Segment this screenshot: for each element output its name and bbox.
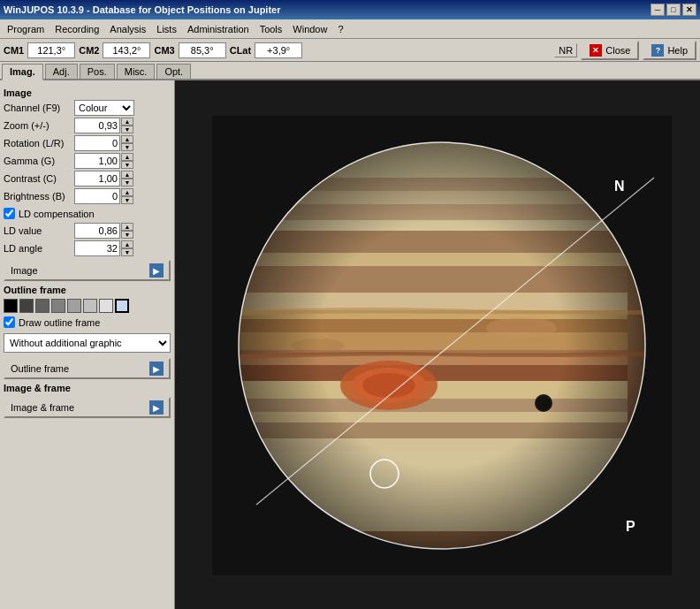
ld-angle-label: LD angle [4, 243, 74, 254]
brightness-label: Brightness (B) [4, 191, 74, 202]
ld-compensation-checkbox[interactable] [4, 208, 15, 219]
swatch-dark[interactable] [19, 299, 34, 313]
jupiter-image: N P [212, 116, 672, 575]
tab-opt[interactable]: Opt. [156, 64, 191, 79]
maximize-button[interactable]: □ [666, 4, 681, 16]
tab-imag[interactable]: Imag. [2, 64, 43, 80]
gamma-down[interactable]: ▼ [121, 161, 133, 169]
infobar: CM1 CM2 CM3 CLat NR ✕ Close ? Help [0, 39, 700, 62]
contrast-label: Contrast (C) [4, 173, 74, 184]
ld-value-row: LD value ▲ ▼ [4, 223, 171, 239]
outline-frame-button-arrow: ▶ [149, 362, 164, 376]
swatch-silver[interactable] [83, 299, 97, 313]
tab-misc[interactable]: Misc. [117, 64, 156, 79]
swatch-gray[interactable] [51, 299, 65, 313]
cm1-value[interactable] [27, 42, 75, 58]
channel-select[interactable]: Colour Red Green Blue Lum [74, 100, 134, 116]
swatch-mid-dark[interactable] [35, 299, 49, 313]
ld-angle-input[interactable] [74, 240, 120, 256]
ld-value-up[interactable]: ▲ [121, 223, 133, 231]
draw-outline-frame-label: Draw outline frame [19, 317, 100, 328]
brightness-input[interactable] [74, 188, 120, 204]
cm3-label: CM3 [154, 45, 174, 56]
outline-frame-button[interactable]: Outline frame ▶ [4, 358, 171, 379]
image-button-arrow: ▶ [149, 263, 164, 278]
outline-frame-section-label: Outline frame [4, 285, 171, 295]
menu-item-recording[interactable]: Recording [49, 22, 104, 36]
swatch-light-gray[interactable] [67, 299, 81, 313]
titlebar-controls[interactable]: ─ □ ✕ [651, 4, 696, 16]
close-button[interactable]: ✕ Close [581, 41, 639, 60]
channel-label: Channel (F9) [4, 103, 74, 113]
ld-angle-row: LD angle ▲ ▼ [4, 240, 171, 256]
brightness-down[interactable]: ▼ [121, 196, 133, 204]
minimize-button[interactable]: ─ [651, 4, 665, 16]
p-label: P [626, 519, 635, 534]
menu-item-analysis[interactable]: Analysis [104, 22, 151, 36]
rotation-input[interactable] [74, 135, 120, 151]
titlebar: WinJUPOS 10.3.9 - Database for Object Po… [0, 0, 700, 19]
rotation-up[interactable]: ▲ [121, 135, 133, 143]
menu-item-lists[interactable]: Lists [151, 22, 182, 36]
menu-item-program[interactable]: Program [2, 22, 49, 36]
image-frame-button[interactable]: Image & frame ▶ [4, 397, 171, 418]
cm3-value[interactable] [179, 42, 226, 58]
gamma-up[interactable]: ▲ [121, 153, 133, 161]
contrast-row: Contrast (C) ▲ ▼ [4, 171, 171, 187]
ld-value-input[interactable] [74, 223, 120, 239]
menu-item-tools[interactable]: Tools [255, 22, 288, 36]
image-section-label: Image [4, 88, 171, 98]
contrast-up[interactable]: ▲ [121, 171, 133, 179]
rotation-down[interactable]: ▼ [121, 143, 133, 151]
main-layout: Image Channel (F9) Colour Red Green Blue… [0, 80, 700, 609]
menu-item-?[interactable]: ? [332, 22, 348, 36]
graphic-dropdown[interactable]: Without additional graphic With graphic … [4, 333, 171, 353]
help-button[interactable]: ? Help [643, 41, 696, 60]
tab-pos[interactable]: Pos. [80, 64, 115, 79]
left-panel: Image Channel (F9) Colour Red Green Blue… [0, 80, 175, 609]
clat-value[interactable] [255, 42, 302, 58]
menu-item-administration[interactable]: Administration [182, 22, 255, 36]
image-area: N P ◄ ► [175, 80, 700, 609]
zoom-down[interactable]: ▼ [121, 126, 133, 133]
help-icon: ? [651, 44, 664, 57]
rotation-spinner: ▲ ▼ [121, 135, 133, 151]
zoom-input[interactable] [74, 118, 120, 133]
swatch-light[interactable] [99, 299, 113, 313]
brightness-up[interactable]: ▲ [121, 188, 133, 196]
ld-value-spinner: ▲ ▼ [121, 223, 133, 239]
help-label: Help [667, 45, 688, 56]
svg-point-30 [370, 460, 399, 488]
image-button-label: Image [11, 265, 38, 276]
outline-frame-button-label: Outline frame [11, 363, 69, 374]
cm2-value[interactable] [103, 42, 150, 58]
ld-value-down[interactable]: ▼ [121, 231, 133, 239]
ld-angle-down[interactable]: ▼ [121, 248, 133, 256]
north-label: N [614, 179, 625, 194]
zoom-label: Zoom (+/-) [4, 120, 74, 131]
nr-button[interactable]: NR [554, 43, 577, 57]
ld-angle-spinner: ▲ ▼ [121, 240, 133, 256]
tab-adj[interactable]: Adj. [45, 64, 78, 79]
menu-item-window[interactable]: Window [287, 22, 332, 36]
swatch-blue[interactable] [115, 299, 129, 313]
ld-angle-up[interactable]: ▲ [121, 240, 133, 248]
brightness-spinner: ▲ ▼ [121, 188, 133, 204]
image-frame-button-label: Image & frame [11, 402, 74, 413]
menubar: ProgramRecordingAnalysisListsAdministrat… [0, 19, 700, 39]
close-window-button[interactable]: ✕ [682, 4, 696, 16]
color-swatches [4, 299, 171, 313]
contrast-down[interactable]: ▼ [121, 179, 133, 187]
zoom-up[interactable]: ▲ [121, 118, 133, 126]
rotation-row: Rotation (L/R) ▲ ▼ [4, 135, 171, 151]
image-frame-section-label: Image & frame [4, 383, 171, 393]
close-label: Close [605, 45, 630, 56]
swatch-black[interactable] [4, 299, 18, 313]
action-buttons: ✕ Close ? Help [581, 41, 696, 60]
close-icon: ✕ [590, 44, 602, 57]
image-frame-button-arrow: ▶ [149, 400, 164, 415]
draw-outline-frame-checkbox[interactable] [4, 316, 15, 328]
contrast-input[interactable] [74, 171, 120, 187]
gamma-input[interactable] [74, 153, 120, 169]
image-button[interactable]: Image ▶ [4, 260, 171, 281]
